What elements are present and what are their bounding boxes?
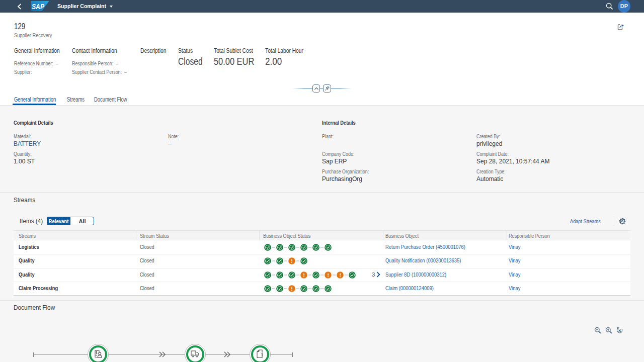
svg-text:SAP: SAP bbox=[32, 3, 44, 11]
